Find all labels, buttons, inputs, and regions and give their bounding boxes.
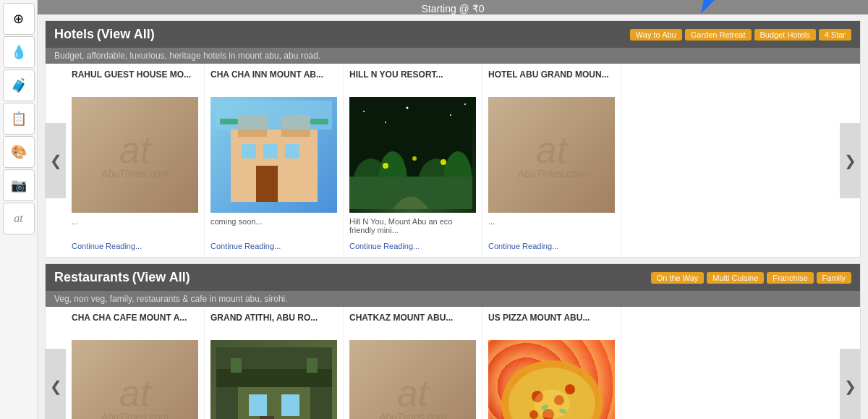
water-icon: 💧 xyxy=(11,44,27,60)
restaurants-cards-wrapper: ❮ CHA CHA CAFE MOUNT A... at AbuTimes.co… xyxy=(46,307,860,419)
hotels-tags: Way to Abu Garden Retreat Budget Hotels … xyxy=(630,29,851,41)
hotel-card-chacha-link[interactable]: Continue Reading... xyxy=(210,242,281,250)
restaurants-tags: On the Way Multi Cuisine Franchise Famil… xyxy=(651,272,851,284)
restaurants-title-group: Restaurants (View All) xyxy=(54,270,190,285)
sidebar-item-briefcase[interactable]: 🧳 xyxy=(3,69,35,101)
svg-rect-30 xyxy=(260,416,274,419)
tag-on-the-way[interactable]: On the Way xyxy=(651,272,705,284)
hotels-subtitle: Budget, affordable, luxurious, heritage … xyxy=(46,48,860,64)
hotel-card-hillnyou-link[interactable]: Continue Reading... xyxy=(349,242,420,250)
svg-rect-10 xyxy=(220,119,238,124)
svg-point-19 xyxy=(412,156,417,161)
restaurant-card-chachacafe: CHA CHA CAFE MOUNT A... at AbuTimes.com xyxy=(66,307,205,419)
hotel-card-abugrand-desc: ... xyxy=(488,217,615,237)
tag-4-star[interactable]: 4 Star xyxy=(819,29,851,41)
svg-rect-11 xyxy=(310,119,328,124)
restaurant-card-chachacafe-title: CHA CHA CAFE MOUNT A... xyxy=(72,313,198,336)
hotel-card-chacha: CHA CHA INN MOUNT AB... xyxy=(205,64,344,257)
hotels-title-group: Hotels (View All) xyxy=(54,27,155,42)
restaurants-next-arrow[interactable]: ❯ xyxy=(840,349,860,419)
svg-rect-29 xyxy=(281,394,299,416)
hotel-card-rahul: RAHUL GUEST HOUSE MO... at AbuTimes.com … xyxy=(66,64,205,257)
tag-multi-cuisine[interactable]: Multi Cuisine xyxy=(707,272,764,284)
svg-point-22 xyxy=(407,107,409,109)
night-scene-svg xyxy=(349,97,472,209)
hotel-card-hillnyou-image xyxy=(349,97,476,213)
restaurant-card-uspizza-title: US PIZZA MOUNT ABU... xyxy=(488,313,615,336)
sidebar-item-palette[interactable]: 🎨 xyxy=(3,136,35,168)
atithi-svg xyxy=(216,347,332,419)
notepad-icon: 📋 xyxy=(11,111,27,127)
hotel-card-abugrand: HOTEL ABU GRAND MOUN... at AbuTimes.com … xyxy=(482,64,621,257)
svg-point-18 xyxy=(383,163,388,169)
restaurant-card-chatkaz-title: CHATKAZ MOUNT ABU... xyxy=(349,313,476,336)
tag-family[interactable]: Family xyxy=(817,272,851,284)
svg-rect-6 xyxy=(263,144,278,158)
svg-point-21 xyxy=(363,111,365,112)
restaurant-card-chatkaz: CHATKAZ MOUNT ABU... at AbuTimes.com xyxy=(344,307,482,419)
svg-point-25 xyxy=(385,122,386,123)
restaurants-cards-container: CHA CHA CAFE MOUNT A... at AbuTimes.com … xyxy=(66,307,840,419)
tag-budget-hotels[interactable]: Budget Hotels xyxy=(754,29,816,41)
svg-rect-33 xyxy=(307,358,318,373)
watermark-abugrand: at AbuTimes.com xyxy=(518,131,585,179)
restaurant-card-uspizza-image xyxy=(488,340,615,419)
top-banner: Starting @ ₹0 xyxy=(38,0,868,14)
watermark-chatkaz: at AbuTimes.com xyxy=(379,374,446,419)
hotel-card-hillnyou-title: HILL N YOU RESORT... xyxy=(349,69,476,93)
add-icon: ⊕ xyxy=(13,11,24,27)
restaurants-view-all[interactable]: (View All) xyxy=(132,270,190,284)
sidebar-item-notepad[interactable]: 📋 xyxy=(3,103,35,135)
hotels-cards-container: RAHUL GUEST HOUSE MO... at AbuTimes.com … xyxy=(66,64,840,257)
hotel-card-hillnyou-desc: Hill N You, Mount Abu an eco friendly mi… xyxy=(349,217,476,237)
hotels-prev-arrow[interactable]: ❮ xyxy=(46,123,66,198)
restaurant-card-uspizza: US PIZZA MOUNT ABU... xyxy=(482,307,621,419)
restaurant-card-atithi-image xyxy=(210,340,337,419)
hotels-next-arrow[interactable]: ❯ xyxy=(840,123,860,198)
briefcase-icon: 🧳 xyxy=(11,77,27,93)
restaurant-card-chachacafe-image: at AbuTimes.com xyxy=(72,340,198,419)
tag-franchise[interactable]: Franchise xyxy=(767,272,813,284)
restaurants-section: Restaurants (View All) On the Way Multi … xyxy=(45,263,861,419)
svg-rect-8 xyxy=(256,166,278,202)
sidebar-item-camera[interactable]: 📷 xyxy=(3,169,35,201)
sidebar: ⊕ 💧 🧳 📋 🎨 📷 at xyxy=(0,0,38,419)
hotel-card-chacha-desc: coming soon... xyxy=(210,217,337,237)
banner-text: Starting @ ₹0 xyxy=(421,3,484,14)
left-chevron-icon: ❮ xyxy=(50,152,62,169)
hotel-card-abugrand-title: HOTEL ABU GRAND MOUN... xyxy=(488,69,615,93)
hotels-title: Hotels xyxy=(54,27,94,41)
sidebar-item-at[interactable]: at xyxy=(3,203,35,234)
hotels-cards-wrapper: ❮ RAHUL GUEST HOUSE MO... at AbuTimes.co… xyxy=(46,64,860,257)
hotel-card-hillnyou: HILL N YOU RESORT... xyxy=(344,64,482,257)
restaurants-prev-arrow[interactable]: ❮ xyxy=(46,349,66,419)
camera-icon: 📷 xyxy=(11,177,27,193)
tag-garden-retreat[interactable]: Garden Retreat xyxy=(685,29,752,41)
at-sign-icon: at xyxy=(14,212,22,225)
svg-point-23 xyxy=(450,114,451,116)
building-svg xyxy=(216,101,332,209)
tag-way-to-abu[interactable]: Way to Abu xyxy=(630,29,682,41)
sidebar-item-water[interactable]: 💧 xyxy=(3,36,35,68)
svg-rect-28 xyxy=(249,394,267,416)
palette-icon: 🎨 xyxy=(11,144,27,160)
hotels-section: Hotels (View All) Way to Abu Garden Retr… xyxy=(45,20,861,258)
hotels-section-header: Hotels (View All) Way to Abu Garden Retr… xyxy=(46,21,860,48)
restaurant-card-atithi-title: GRAND ATITHI, ABU RO... xyxy=(210,313,337,336)
svg-point-40 xyxy=(565,384,575,394)
hotel-card-abugrand-link[interactable]: Continue Reading... xyxy=(488,242,558,250)
hotel-card-chacha-image xyxy=(210,97,337,213)
left-chevron-icon-restaurants: ❮ xyxy=(50,378,62,395)
right-chevron-icon-restaurants: ❯ xyxy=(844,378,856,395)
svg-rect-5 xyxy=(242,144,256,158)
hotel-card-abugrand-image: at AbuTimes.com xyxy=(488,97,615,213)
svg-rect-32 xyxy=(231,358,242,373)
sidebar-item-add[interactable]: ⊕ xyxy=(3,3,35,35)
restaurants-title: Restaurants xyxy=(54,270,129,284)
hotel-card-chacha-title: CHA CHA INN MOUNT AB... xyxy=(210,69,337,93)
restaurants-subtitle: Veg, non veg, family, restaurants & cafe… xyxy=(46,291,860,307)
svg-point-20 xyxy=(441,159,446,165)
hotel-card-rahul-link[interactable]: Continue Reading... xyxy=(72,242,142,250)
hotel-card-rahul-title: RAHUL GUEST HOUSE MO... xyxy=(72,69,198,93)
hotels-view-all[interactable]: (View All) xyxy=(97,27,155,41)
